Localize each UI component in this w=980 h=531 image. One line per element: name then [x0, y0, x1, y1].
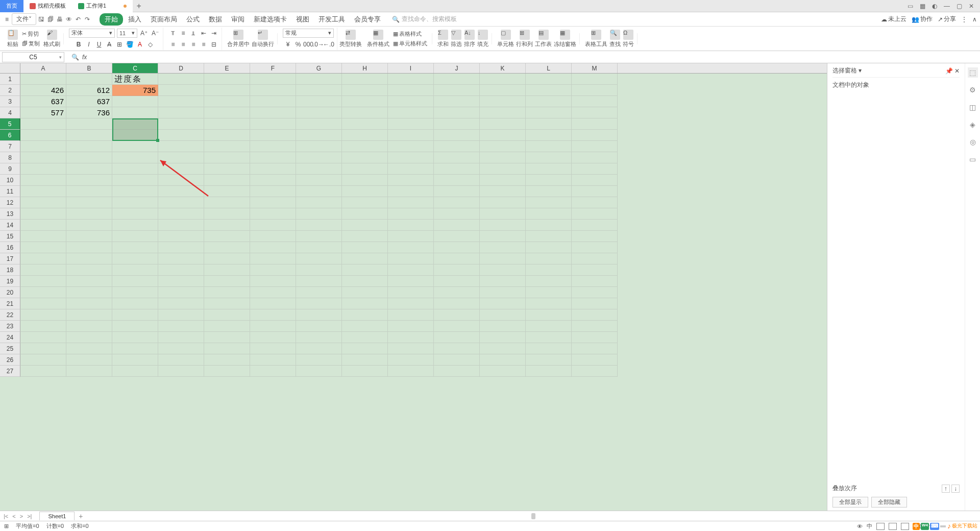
cell-K15[interactable]: [480, 231, 526, 242]
cell-I6[interactable]: [388, 130, 434, 141]
tab-template[interactable]: 找稻壳模板: [23, 0, 72, 12]
cell-C12[interactable]: [112, 197, 158, 208]
align-top-icon[interactable]: ⫪: [168, 29, 178, 38]
cell-L2[interactable]: [526, 85, 572, 96]
col-header-G[interactable]: G: [296, 63, 342, 73]
cell-I18[interactable]: [388, 264, 434, 276]
ribbon-tab-formula[interactable]: 公式: [182, 13, 204, 26]
cell-K8[interactable]: [480, 152, 526, 163]
cell-H22[interactable]: [342, 309, 388, 321]
cell-I27[interactable]: [388, 366, 434, 377]
cut-button[interactable]: ✂ 剪切: [20, 30, 41, 38]
cell-E1[interactable]: [204, 74, 250, 85]
sum-button[interactable]: Σ求和: [437, 30, 449, 48]
strike-button[interactable]: A̶: [105, 40, 114, 49]
cell-F6[interactable]: [250, 130, 296, 141]
cell-B21[interactable]: [66, 298, 112, 309]
indent-right-icon[interactable]: ⇥: [209, 29, 218, 38]
cell-E17[interactable]: [204, 253, 250, 264]
share-button[interactable]: ↗ 分享: [938, 15, 956, 23]
sheet-button[interactable]: ▤工作表: [535, 30, 552, 48]
cell-I3[interactable]: [388, 96, 434, 107]
align-middle-icon[interactable]: ≡: [179, 29, 188, 38]
cell-A16[interactable]: [20, 242, 66, 253]
cell-G21[interactable]: [296, 298, 342, 309]
cell-G23[interactable]: [296, 321, 342, 332]
cell-H3[interactable]: [342, 96, 388, 107]
row-header-22[interactable]: 22: [0, 309, 20, 321]
cell-J20[interactable]: [434, 287, 480, 298]
cell-B18[interactable]: [66, 264, 112, 276]
cell-K23[interactable]: [480, 321, 526, 332]
cell-B5[interactable]: [66, 118, 112, 130]
cell-J17[interactable]: [434, 253, 480, 264]
cell-D4[interactable]: [158, 107, 204, 118]
cell-B27[interactable]: [66, 366, 112, 377]
cell-B1[interactable]: [66, 74, 112, 85]
cell-H7[interactable]: [342, 141, 388, 152]
cell-M22[interactable]: [572, 309, 618, 321]
ribbon-tab-dev[interactable]: 开发工具: [314, 13, 349, 26]
save-icon[interactable]: 🖫: [37, 15, 45, 23]
cell-F12[interactable]: [250, 197, 296, 208]
cell-D17[interactable]: [158, 253, 204, 264]
cell-L23[interactable]: [526, 321, 572, 332]
cell-A5[interactable]: [20, 118, 66, 130]
book-tool-icon[interactable]: ▭: [968, 154, 978, 164]
cell-A12[interactable]: [20, 197, 66, 208]
cell-K27[interactable]: [480, 366, 526, 377]
cell-G2[interactable]: [296, 85, 342, 96]
cell-H21[interactable]: [342, 298, 388, 309]
cell-C19[interactable]: [112, 276, 158, 287]
cell-E20[interactable]: [204, 287, 250, 298]
cell-I1[interactable]: [388, 74, 434, 85]
cell-D16[interactable]: [158, 242, 204, 253]
cell-G25[interactable]: [296, 343, 342, 354]
cell-H1[interactable]: [342, 74, 388, 85]
cell-D22[interactable]: [158, 309, 204, 321]
cell-F11[interactable]: [250, 186, 296, 197]
row-header-6[interactable]: 6: [0, 130, 20, 141]
cell-K3[interactable]: [480, 96, 526, 107]
cell-A20[interactable]: [20, 287, 66, 298]
cell-M24[interactable]: [572, 332, 618, 343]
cell-A19[interactable]: [20, 276, 66, 287]
cell-C1[interactable]: 进度条: [112, 74, 158, 85]
cell-F2[interactable]: [250, 85, 296, 96]
cell-I9[interactable]: [388, 163, 434, 175]
cell-K10[interactable]: [480, 175, 526, 186]
cell-H9[interactable]: [342, 163, 388, 175]
cell-H8[interactable]: [342, 152, 388, 163]
cell-L1[interactable]: [526, 74, 572, 85]
cell-F3[interactable]: [250, 96, 296, 107]
cell-C22[interactable]: [112, 309, 158, 321]
col-header-K[interactable]: K: [480, 63, 526, 73]
cell-C18[interactable]: [112, 264, 158, 276]
cell-I23[interactable]: [388, 321, 434, 332]
cell-I10[interactable]: [388, 175, 434, 186]
page-view-button[interactable]: [889, 523, 897, 530]
cell-C10[interactable]: [112, 175, 158, 186]
row-header-7[interactable]: 7: [0, 141, 20, 152]
cell-A9[interactable]: [20, 163, 66, 175]
cell-L11[interactable]: [526, 186, 572, 197]
cell-F7[interactable]: [250, 141, 296, 152]
cond-format-button[interactable]: ▦条件格式: [367, 30, 389, 48]
ribbon-tab-review[interactable]: 审阅: [227, 13, 249, 26]
row-header-21[interactable]: 21: [0, 298, 20, 309]
cell-B16[interactable]: [66, 242, 112, 253]
cell-H18[interactable]: [342, 264, 388, 276]
cell-E8[interactable]: [204, 152, 250, 163]
cell-B25[interactable]: [66, 343, 112, 354]
cell-I20[interactable]: [388, 287, 434, 298]
cell-I25[interactable]: [388, 343, 434, 354]
col-header-B[interactable]: B: [66, 63, 112, 73]
cell-A18[interactable]: [20, 264, 66, 276]
cell-H2[interactable]: [342, 85, 388, 96]
cell-D26[interactable]: [158, 354, 204, 366]
cell-J6[interactable]: [434, 130, 480, 141]
row-header-15[interactable]: 15: [0, 231, 20, 242]
cell-E25[interactable]: [204, 343, 250, 354]
cell-M18[interactable]: [572, 264, 618, 276]
cell-I19[interactable]: [388, 276, 434, 287]
